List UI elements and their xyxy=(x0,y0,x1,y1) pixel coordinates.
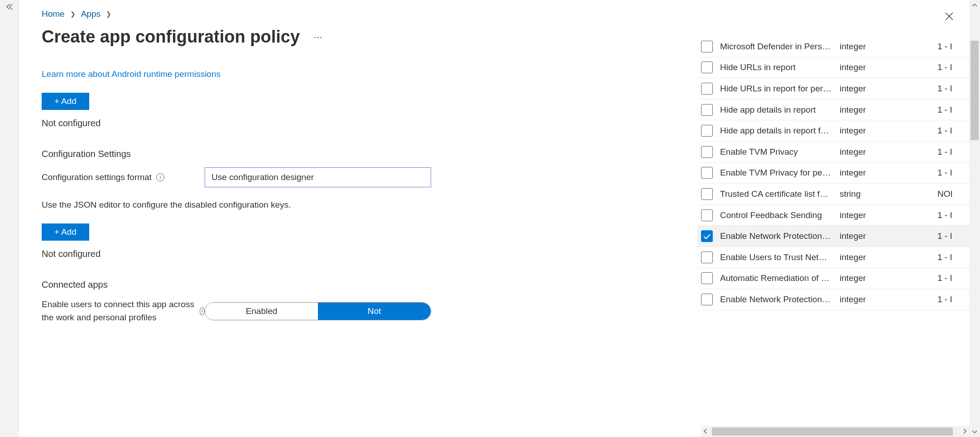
add-button-label: Add xyxy=(61,96,77,106)
info-icon[interactable]: i xyxy=(200,307,205,315)
vertical-scrollbar[interactable] xyxy=(969,0,980,437)
config-key-value: 1 - I xyxy=(937,84,952,94)
row-checkbox[interactable] xyxy=(701,41,713,52)
config-key-row[interactable]: Microsoft Defender in Perso…integer1 - I xyxy=(697,36,969,57)
config-key-value: 1 - I xyxy=(937,42,952,52)
config-key-type: integer xyxy=(840,168,930,178)
left-gutter xyxy=(0,0,19,437)
config-key-name: Enable Users to Trust Netwo… xyxy=(720,252,832,262)
scroll-right-icon[interactable] xyxy=(962,428,967,434)
config-key-type: integer xyxy=(840,210,930,220)
chevron-right-icon: ❯ xyxy=(70,10,76,18)
row-checkbox[interactable] xyxy=(701,230,713,242)
more-actions-icon[interactable]: ⋯ xyxy=(313,32,323,43)
config-key-row[interactable]: Control Feedback Sendinginteger1 - I xyxy=(697,205,969,226)
add-config-button[interactable]: +Add xyxy=(42,223,89,241)
config-format-row: Configuration settings format i Use conf… xyxy=(42,167,697,187)
permissions-status: Not configured xyxy=(42,118,697,128)
scrollbar-thumb[interactable] xyxy=(712,428,953,436)
config-key-row[interactable]: Hide app details in reportinteger1 - I xyxy=(697,100,969,121)
row-checkbox[interactable] xyxy=(701,83,713,95)
info-icon[interactable]: i xyxy=(156,173,164,181)
learn-more-link[interactable]: Learn more about Android runtime permiss… xyxy=(42,69,221,79)
config-key-name: Enable Network Protection i… xyxy=(720,231,832,241)
config-key-value: 1 - I xyxy=(937,294,952,304)
json-hint: Use the JSON editor to configure the dis… xyxy=(42,200,697,210)
scrollbar-thumb[interactable] xyxy=(970,41,979,140)
chevron-right-icon: ❯ xyxy=(106,10,111,18)
connected-apps-toggle[interactable]: Enabled Not xyxy=(205,302,431,320)
scroll-up-icon[interactable] xyxy=(972,3,977,8)
row-checkbox[interactable] xyxy=(701,146,713,158)
connected-apps-desc: Enable users to connect this app across … xyxy=(42,298,195,324)
config-key-value: 1 - I xyxy=(937,126,952,136)
expand-nav-icon[interactable] xyxy=(5,4,14,10)
config-key-value: 1 - I xyxy=(937,252,952,262)
config-key-value: 1 - I xyxy=(937,147,952,157)
config-key-type: integer xyxy=(840,273,930,283)
config-key-value: 1 - I xyxy=(937,210,952,220)
row-checkbox[interactable] xyxy=(701,294,713,305)
horizontal-scrollbar[interactable] xyxy=(701,426,969,437)
main-content: Home ❯ Apps ❯ Create app configuration p… xyxy=(19,0,697,437)
config-key-name: Automatic Remediation of … xyxy=(720,273,832,283)
row-checkbox[interactable] xyxy=(701,167,713,179)
config-key-type: string xyxy=(840,189,930,199)
config-key-type: integer xyxy=(840,62,930,72)
breadcrumb: Home ❯ Apps ❯ xyxy=(42,9,697,19)
row-checkbox[interactable] xyxy=(701,209,713,221)
toggle-not-configured[interactable]: Not xyxy=(318,303,431,320)
config-key-name: Enable TVM Privacy for pers… xyxy=(720,168,832,178)
config-key-name: Enable Network Protection … xyxy=(720,294,832,304)
config-key-type: integer xyxy=(840,84,930,94)
config-key-value: 1 - I xyxy=(937,231,952,241)
config-key-name: Control Feedback Sending xyxy=(720,210,832,220)
config-key-value: 1 - I xyxy=(937,62,952,72)
plus-icon: + xyxy=(54,96,59,106)
page-header: Create app configuration policy ⋯ xyxy=(42,27,697,47)
row-checkbox[interactable] xyxy=(701,62,713,73)
config-key-type: integer xyxy=(840,42,930,52)
row-checkbox[interactable] xyxy=(701,252,713,263)
page-title: Create app configuration policy xyxy=(42,27,300,47)
toggle-enabled[interactable]: Enabled xyxy=(205,303,318,320)
config-key-value: NOI xyxy=(937,189,953,199)
config-key-name: Enable TVM Privacy xyxy=(720,147,832,157)
config-key-value: 1 - I xyxy=(937,168,952,178)
scroll-down-icon[interactable] xyxy=(972,429,977,434)
close-panel-button[interactable] xyxy=(945,12,954,22)
breadcrumb-apps[interactable]: Apps xyxy=(81,9,101,19)
config-key-row[interactable]: Enable Users to Trust Netwo…integer1 - I xyxy=(697,247,969,268)
config-keys-panel: Microsoft Defender in Perso…integer1 - I… xyxy=(697,0,969,437)
connected-apps-label: Enable users to connect this app across … xyxy=(42,298,205,324)
row-checkbox[interactable] xyxy=(701,125,713,137)
config-key-row[interactable]: Enable TVM Privacyinteger1 - I xyxy=(697,142,969,163)
config-key-row[interactable]: Enable Network Protection …integer1 - I xyxy=(697,289,969,310)
config-key-row[interactable]: Enable TVM Privacy for pers…integer1 - I xyxy=(697,163,969,184)
breadcrumb-home[interactable]: Home xyxy=(42,9,65,19)
config-key-name: Microsoft Defender in Perso… xyxy=(720,42,832,52)
config-key-value: 1 - I xyxy=(937,273,952,283)
config-format-dropdown[interactable]: Use configuration designer xyxy=(205,167,431,187)
row-checkbox[interactable] xyxy=(701,104,713,116)
config-key-row[interactable]: Automatic Remediation of …integer1 - I xyxy=(697,268,969,290)
add-permissions-button[interactable]: +Add xyxy=(42,93,89,110)
row-checkbox[interactable] xyxy=(701,272,713,284)
config-key-row[interactable]: Trusted CA certificate list for…stringNO… xyxy=(697,184,969,205)
config-key-row[interactable]: Hide URLs in reportinteger1 - I xyxy=(697,57,969,79)
connected-apps-heading: Connected apps xyxy=(42,280,697,290)
config-key-row[interactable]: Hide app details in report f…integer1 - … xyxy=(697,120,969,142)
config-key-row[interactable]: Hide URLs in report for pers…integer1 - … xyxy=(697,78,969,100)
config-key-name: Hide app details in report xyxy=(720,105,832,115)
config-key-row[interactable]: Enable Network Protection i…integer1 - I xyxy=(697,226,969,247)
config-key-type: integer xyxy=(840,294,930,304)
config-key-value: 1 - I xyxy=(937,105,952,115)
add-button-label: Add xyxy=(61,227,77,237)
config-key-type: integer xyxy=(840,231,930,241)
config-key-type: integer xyxy=(840,126,930,136)
scroll-left-icon[interactable] xyxy=(703,428,708,434)
row-checkbox[interactable] xyxy=(701,188,713,200)
connected-apps-row: Enable users to connect this app across … xyxy=(42,298,697,324)
config-status: Not configured xyxy=(42,249,697,259)
config-key-type: integer xyxy=(840,105,930,115)
